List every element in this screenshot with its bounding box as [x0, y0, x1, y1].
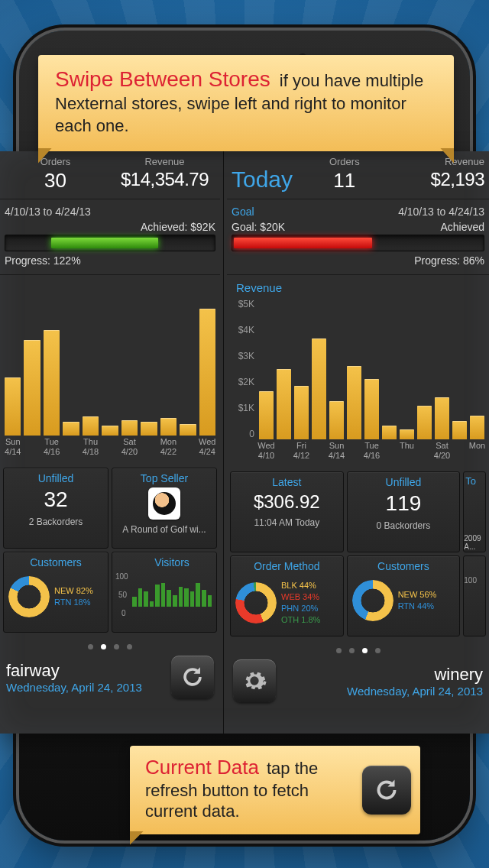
store-panel-left[interactable]: Orders 30 Revenue $14,354.79 4/10/13 to …	[0, 151, 223, 734]
gear-icon	[241, 668, 267, 694]
dashboard[interactable]: Orders 30 Revenue $14,354.79 4/10/13 to …	[0, 151, 489, 734]
swipe-banner: Swipe Between Stores if you have multipl…	[38, 55, 454, 151]
settings-button[interactable]	[233, 659, 276, 702]
orders-metric: Orders 11	[300, 156, 388, 193]
refresh-demo-icon	[362, 766, 411, 815]
refresh-button[interactable]	[171, 656, 214, 698]
today-label: Today	[232, 156, 293, 193]
refresh-banner-title: Current Data	[145, 756, 259, 779]
orders-metric: Orders 30	[5, 156, 106, 193]
goal-section: Goal 4/10/13 to 4/24/13 Goal: $20K Achie…	[227, 199, 489, 274]
tile-top-seller[interactable]: Top Seller A Round of Golf wi...	[112, 468, 217, 549]
refresh-icon	[180, 664, 206, 690]
order-method-donut-icon	[235, 582, 277, 623]
refresh-banner: Current Data tap the refresh button to f…	[130, 746, 420, 834]
revenue-chart-right: Revenue $5K$4K$3K$2K$1K0 Wed4/10ThuFri4/…	[227, 274, 489, 468]
tile-visitors-sliver[interactable]: 100	[463, 555, 486, 636]
customers-donut-icon	[352, 580, 393, 621]
customers-donut-icon	[8, 576, 50, 617]
page-indicator	[0, 636, 220, 653]
page-indicator	[227, 640, 489, 656]
revenue-metric: Revenue $14,354.79	[114, 156, 215, 193]
goal-section: 4/10/13 to 4/24/13 Achieved: $92K Progre…	[0, 199, 220, 274]
progress-track	[232, 235, 484, 251]
progress-track	[5, 235, 215, 251]
revenue-chart-left: Sun4/14MonTue4/16WedThu4/18FriSat4/20Sun…	[0, 274, 220, 465]
revenue-metric: Revenue $2,193	[397, 156, 484, 193]
tile-customers[interactable]: Customers NEW 82% RTN 18%	[3, 552, 108, 633]
swipe-banner-title: Swipe Between Stores	[55, 67, 270, 91]
tile-unfilled[interactable]: Unfilled 32 2 Backorders	[3, 468, 108, 549]
store-footer-right: winery Wednesday, April 24, 2013	[227, 656, 489, 708]
tile-order-method[interactable]: Order Method BLK 44% WEB 34% PHN 20% OTH…	[230, 555, 344, 636]
tile-latest[interactable]: Latest $306.92 11:04 AM Today	[230, 471, 344, 552]
tile-unfilled[interactable]: Unfilled 119 0 Backorders	[347, 471, 461, 552]
store-panel-right[interactable]: Today Orders 11 Revenue $2,193 Goal 4/10…	[223, 151, 489, 734]
tile-top-seller-sliver[interactable]: To 2009 A...	[463, 471, 486, 552]
tile-visitors[interactable]: Visitors 100 50 0	[112, 552, 217, 633]
store-footer-left: fairway Wednesday, April 24, 2013	[0, 653, 220, 704]
tile-customers[interactable]: Customers NEW 56% RTN 44%	[347, 555, 461, 636]
product-avatar	[148, 487, 180, 520]
